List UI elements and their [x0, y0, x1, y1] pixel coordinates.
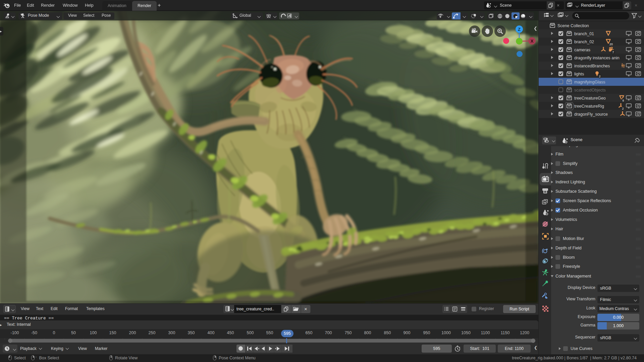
svg-text:Z: Z: [518, 27, 521, 32]
svg-text:branch_01: branch_01: [574, 32, 594, 36]
svg-text:Scene Collection: Scene Collection: [557, 23, 589, 28]
svg-text:treeCreatureRig: treeCreatureRig: [574, 104, 604, 109]
svg-text:dragonfly instances anin: dragonfly instances anin: [574, 56, 620, 60]
svg-text:cameras: cameras: [574, 48, 590, 52]
svg-text:magnifyingGlass: magnifyingGlass: [574, 80, 605, 84]
svg-text:7: 7: [612, 51, 614, 54]
svg-text:lights: lights: [574, 72, 584, 76]
svg-text:branch_02: branch_02: [574, 40, 594, 44]
svg-text:scatteredObjects: scatteredObjects: [574, 88, 606, 93]
svg-text:X: X: [531, 39, 534, 44]
svg-text:dragonFly_source: dragonFly_source: [574, 112, 608, 117]
svg-text:20: 20: [609, 43, 613, 46]
svg-text:2: 2: [622, 107, 624, 110]
svg-text:instancedBranches: instancedBranches: [574, 64, 610, 68]
svg-text:8: 8: [622, 99, 624, 102]
svg-text:2: 2: [599, 75, 600, 78]
svg-text:treeCreatureGeo: treeCreatureGeo: [574, 96, 606, 101]
